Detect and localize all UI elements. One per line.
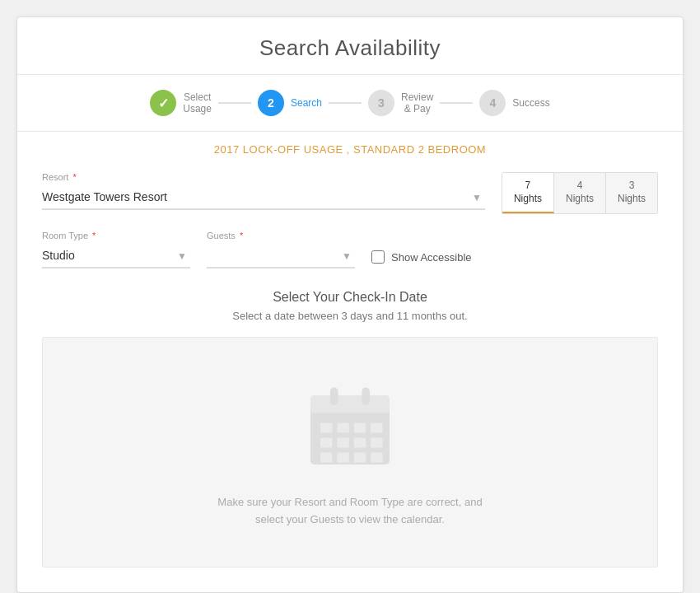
room-type-select[interactable]: Studio bbox=[42, 244, 190, 268]
accessible-group: Show Accessible bbox=[371, 250, 472, 268]
guests-select-wrapper: ▼ bbox=[207, 244, 355, 268]
step-2-number: 2 bbox=[268, 96, 274, 110]
guests-select[interactable] bbox=[207, 244, 355, 268]
main-card: Search Availability ✓ SelectUsage 2 Sear… bbox=[16, 16, 684, 593]
room-type-label-text: Room Type bbox=[42, 231, 88, 240]
step-success: 4 Success bbox=[479, 90, 549, 116]
resort-group: Resort * Westgate Towers Resort ▼ bbox=[42, 172, 485, 210]
accessible-label: Show Accessible bbox=[391, 251, 472, 264]
svg-rect-12 bbox=[320, 453, 332, 463]
nights-tab-4[interactable]: 4Nights bbox=[554, 173, 606, 213]
svg-rect-9 bbox=[337, 438, 348, 448]
room-type-field-label: Room Type * bbox=[42, 231, 190, 240]
room-type-group: Room Type * Studio ▼ bbox=[42, 231, 190, 268]
step-review-pay: 3 Review& Pay bbox=[368, 90, 433, 116]
step-2-label: Search bbox=[291, 97, 322, 109]
step-connector-2 bbox=[329, 102, 362, 104]
guests-label-text: Guests bbox=[207, 231, 236, 240]
step-connector-1 bbox=[218, 102, 251, 104]
calendar-svg bbox=[301, 376, 399, 474]
checkin-section: Select Your Check-In Date Select a date … bbox=[17, 277, 683, 329]
checkin-title: Select Your Check-In Date bbox=[42, 290, 658, 305]
step-3-circle: 3 bbox=[368, 90, 394, 116]
checkmark-icon: ✓ bbox=[158, 96, 169, 111]
calendar-area: Make sure your Resort and Room Type are … bbox=[42, 337, 658, 567]
card-header: Search Availability bbox=[17, 17, 683, 75]
nights-tab-3[interactable]: 3Nights bbox=[606, 173, 657, 213]
calendar-hint: Make sure your Resort and Room Type are … bbox=[217, 494, 482, 529]
guests-field-label: Guests * bbox=[207, 231, 355, 240]
svg-rect-6 bbox=[354, 423, 366, 433]
svg-rect-8 bbox=[320, 438, 332, 448]
step-4-circle: 4 bbox=[479, 90, 506, 116]
guests-group: Guests * ▼ bbox=[207, 231, 355, 268]
svg-rect-1 bbox=[310, 395, 390, 413]
resort-field-label: Resort * bbox=[42, 172, 485, 182]
step-search: 2 Search bbox=[258, 90, 322, 116]
room-type-select-wrapper: Studio ▼ bbox=[42, 244, 190, 268]
svg-rect-10 bbox=[354, 438, 366, 448]
calendar-icon bbox=[301, 376, 399, 478]
checkin-subtitle: Select a date between 3 days and 11 mont… bbox=[42, 310, 658, 322]
usage-label: 2017 LOCK-OFF USAGE , STANDARD 2 BEDROOM bbox=[17, 132, 683, 164]
row2-section: Room Type * Studio ▼ Guests * ▼ Show bbox=[17, 222, 683, 277]
svg-rect-7 bbox=[371, 423, 382, 433]
calendar-hint-line1: Make sure your Resort and Room Type are … bbox=[217, 496, 482, 508]
stepper: ✓ SelectUsage 2 Search 3 Review& Pay 4 S… bbox=[17, 75, 683, 132]
step-select-usage: ✓ SelectUsage bbox=[150, 90, 212, 116]
nights-tabs: 7Nights 4Nights 3Nights bbox=[502, 172, 658, 214]
accessible-checkbox[interactable] bbox=[371, 250, 385, 264]
step-1-label: SelectUsage bbox=[183, 91, 212, 115]
resort-select[interactable]: Westgate Towers Resort bbox=[42, 185, 485, 210]
step-4-number: 4 bbox=[489, 96, 496, 110]
resort-label-text: Resort bbox=[42, 172, 68, 182]
svg-rect-2 bbox=[330, 388, 338, 406]
svg-rect-13 bbox=[337, 453, 348, 463]
step-connector-3 bbox=[440, 102, 473, 104]
svg-rect-11 bbox=[371, 438, 382, 448]
svg-rect-14 bbox=[354, 453, 366, 463]
step-3-number: 3 bbox=[378, 96, 385, 110]
svg-rect-15 bbox=[371, 453, 382, 463]
calendar-hint-line2: select your Guests to view the calendar. bbox=[255, 513, 445, 525]
resort-section: Resort * Westgate Towers Resort ▼ 7Night… bbox=[17, 164, 683, 222]
svg-rect-5 bbox=[337, 423, 348, 433]
svg-rect-3 bbox=[362, 388, 370, 406]
resort-select-wrapper: Westgate Towers Resort ▼ bbox=[42, 185, 485, 210]
svg-rect-4 bbox=[320, 423, 332, 433]
nights-tab-7[interactable]: 7Nights bbox=[502, 173, 554, 213]
step-2-circle: 2 bbox=[258, 90, 284, 116]
step-1-circle: ✓ bbox=[150, 90, 176, 116]
nights-group: 7Nights 4Nights 3Nights bbox=[502, 172, 658, 214]
page-title: Search Availability bbox=[42, 35, 658, 61]
step-3-label: Review& Pay bbox=[401, 91, 433, 115]
step-4-label: Success bbox=[512, 97, 549, 109]
